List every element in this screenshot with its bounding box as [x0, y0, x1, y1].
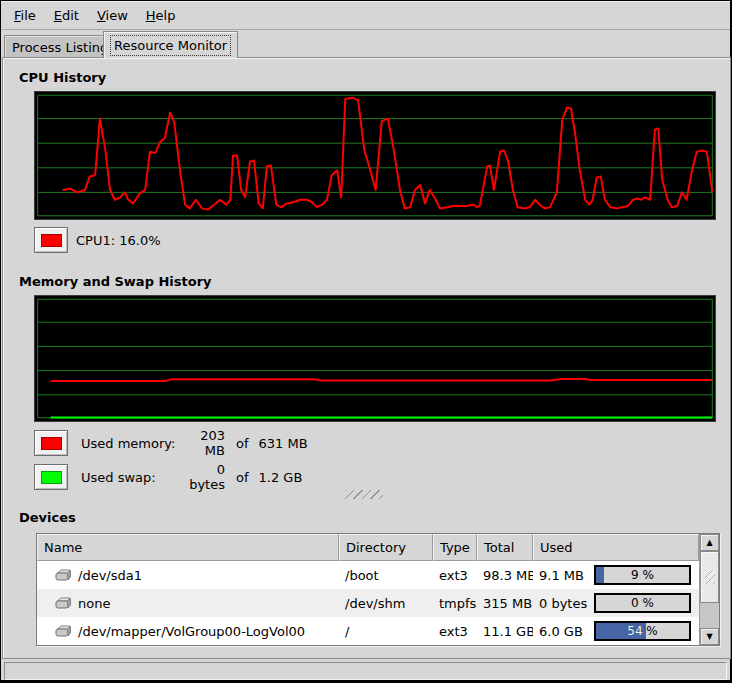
device-directory: /boot: [345, 568, 379, 583]
progress-label: 0 %: [596, 595, 689, 611]
devices-scrollbar[interactable]: ▲ ▼: [699, 534, 719, 645]
device-name: none: [78, 596, 110, 611]
memory-of-text: of: [236, 436, 249, 451]
memory-color-swatch: [41, 437, 62, 450]
scroll-up-button[interactable]: ▲: [700, 534, 719, 551]
device-type: ext3: [439, 624, 468, 639]
usage-progress-bar: 0 % 0 %: [594, 593, 691, 613]
column-header-type[interactable]: Type: [433, 534, 477, 561]
menubar: FileEditViewHelp: [1, 1, 730, 30]
tab-bar: Process Listing Resource Monitor: [2, 31, 730, 58]
device-directory: /dev/shm: [345, 596, 405, 611]
scrollbar-grip-icon: [705, 570, 715, 584]
device-directory: /: [345, 624, 349, 639]
usage-progress-bar: 9 % 9 %: [594, 565, 691, 585]
swap-of-text: of: [236, 470, 249, 485]
table-row[interactable]: none /dev/shm tmpfs 315 MB 0 bytes 0 % 0…: [37, 589, 699, 617]
cpu-legend-label: CPU1: 16.0%: [76, 233, 161, 248]
device-total: 315 MB: [483, 596, 532, 611]
pane-resize-grip[interactable]: [345, 490, 383, 499]
tab-label: Resource Monitor: [111, 36, 230, 55]
swap-color-swatch: [41, 471, 62, 484]
device-used: 0 bytes: [539, 596, 587, 611]
device-type: ext3: [439, 568, 468, 583]
column-header-used[interactable]: Used: [533, 534, 699, 561]
cpu1-color-button[interactable]: [34, 227, 68, 253]
swap-legend-label: Used swap:: [81, 470, 178, 485]
cpu-history-chart: [34, 91, 716, 220]
drive-icon: [55, 597, 72, 610]
cpu-history-title: CPU History: [19, 70, 106, 85]
table-row[interactable]: /dev/sda1 /boot ext3 98.3 MB 9.1 MB 9 % …: [37, 561, 699, 589]
device-used: 6.0 GB: [539, 624, 583, 639]
tab-resource-monitor[interactable]: Resource Monitor: [103, 31, 238, 58]
cpu1-color-swatch: [41, 234, 62, 247]
swap-total-value: 1.2 GB: [259, 470, 303, 485]
menu-help[interactable]: Help: [137, 4, 185, 27]
devices-table: Name Directory Type Total Used /dev/sda1…: [36, 533, 720, 646]
scrollbar-thumb[interactable]: [700, 551, 719, 603]
device-type: tmpfs: [439, 596, 476, 611]
swap-color-button[interactable]: [34, 464, 68, 490]
device-total: 11.1 GB: [483, 624, 533, 639]
column-header-total[interactable]: Total: [477, 534, 533, 561]
drive-icon: [55, 625, 72, 638]
device-used: 9.1 MB: [539, 568, 584, 583]
memory-used-value: 203 MB: [178, 428, 225, 458]
tab-label: Process Listing: [12, 40, 108, 55]
menu-file[interactable]: File: [5, 4, 45, 27]
drive-icon: [55, 569, 72, 582]
progress-label: 9 %: [596, 567, 689, 583]
menu-edit[interactable]: Edit: [45, 4, 88, 27]
memory-legend-label: Used memory:: [81, 436, 178, 451]
memory-total-value: 631 MB: [259, 436, 308, 451]
usage-progress-bar: 54 % 54 %: [594, 621, 691, 641]
column-header-name[interactable]: Name: [37, 534, 339, 561]
table-row[interactable]: /dev/mapper/VolGroup00-LogVol00 / ext3 1…: [37, 617, 699, 645]
device-name: /dev/mapper/VolGroup00-LogVol00: [78, 624, 305, 639]
column-header-directory[interactable]: Directory: [339, 534, 433, 561]
swap-legend: Used swap: 0 bytes of 1.2 GB: [81, 464, 302, 490]
cpu-legend: CPU1: 16.0%: [76, 227, 161, 253]
resource-monitor-page: CPU History CPU1: 16.0% Memory and Swap …: [2, 57, 731, 659]
system-monitor-window: FileEditViewHelp Process Listing Resourc…: [0, 0, 732, 683]
devices-table-header: Name Directory Type Total Used: [37, 534, 699, 561]
devices-title: Devices: [19, 510, 76, 525]
memory-color-button[interactable]: [34, 430, 68, 456]
tab-process-listing[interactable]: Process Listing: [4, 35, 116, 58]
scroll-down-button[interactable]: ▼: [700, 628, 719, 645]
status-bar: [4, 662, 727, 680]
scrollbar-trough[interactable]: [700, 603, 719, 628]
memory-history-title: Memory and Swap History: [19, 274, 212, 289]
memory-legend: Used memory: 203 MB of 631 MB: [81, 430, 308, 456]
devices-table-body: /dev/sda1 /boot ext3 98.3 MB 9.1 MB 9 % …: [37, 561, 699, 645]
swap-used-value: 0 bytes: [178, 462, 225, 492]
menu-view[interactable]: View: [88, 4, 137, 27]
memory-swap-chart: [34, 295, 716, 422]
device-total: 98.3 MB: [483, 568, 533, 583]
device-name: /dev/sda1: [78, 568, 142, 583]
